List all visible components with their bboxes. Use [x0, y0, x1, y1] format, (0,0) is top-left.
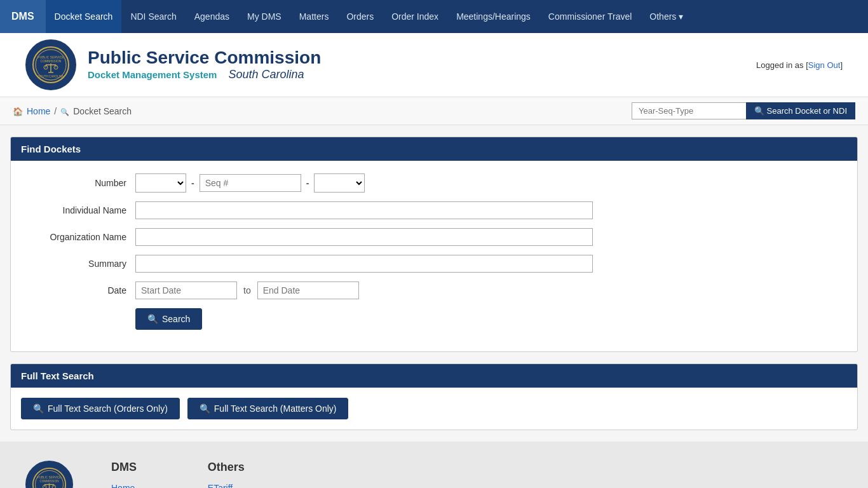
nav-commissioner-travel[interactable]: Commissioner Travel	[539, 0, 641, 33]
header-login: Logged in as [Sign Out]	[756, 60, 843, 70]
header-state: South Carolina	[228, 68, 304, 81]
search-icon: 🔍	[200, 403, 210, 414]
end-date-input[interactable]	[257, 281, 359, 299]
dash-2: -	[305, 178, 311, 188]
footer-etariff[interactable]: ETariff	[208, 483, 261, 488]
breadcrumb-home[interactable]: Home	[27, 106, 50, 116]
footer-top: PUBLIC SERVICE COMMISSION SOUTH CAROLINA…	[25, 461, 843, 488]
nav-orders[interactable]: Orders	[337, 0, 383, 33]
nav-meetings-hearings[interactable]: Meetings/Hearings	[447, 0, 539, 33]
footer-dms-col: DMS Home Docket Search	[111, 461, 170, 488]
summary-input[interactable]	[135, 255, 593, 273]
summary-row: Summary	[21, 255, 847, 273]
number-seq-input[interactable]	[200, 174, 301, 192]
breadcrumb: Home / Docket Search	[13, 106, 132, 116]
individual-name-row: Individual Name	[21, 201, 847, 219]
date-label: Date	[21, 285, 135, 295]
footer-logo: PUBLIC SERVICE COMMISSION SOUTH CAROLINA	[25, 461, 73, 488]
psc-logo: PUBLIC SERVICE COMMISSION SOUTH CAROLINA	[25, 39, 76, 90]
full-text-search-panel: Full Text Search 🔍 Full Text Search (Ord…	[10, 363, 858, 430]
nav-order-index[interactable]: Order Index	[383, 0, 447, 33]
breadcrumb-current: Docket Search	[73, 106, 132, 116]
breadcrumb-bar: Home / Docket Search 🔍 Search Docket or …	[0, 97, 868, 125]
breadcrumb-search-icon	[60, 106, 69, 116]
header-subtitle: Docket Management System	[88, 69, 217, 80]
footer-others-col: Others ETariff PSC Website	[208, 461, 261, 488]
svg-text:PUBLIC SERVICE: PUBLIC SERVICE	[37, 476, 62, 479]
header-title: Public Service Commission	[88, 48, 321, 68]
footer-dms-heading: DMS	[111, 461, 170, 474]
organization-name-input[interactable]	[135, 228, 593, 246]
full-text-search-buttons: 🔍 Full Text Search (Orders Only) 🔍 Full …	[11, 388, 857, 430]
footer-psc-logo: PUBLIC SERVICE COMMISSION SOUTH CAROLINA	[25, 461, 73, 488]
svg-text:COMMISSION: COMMISSION	[41, 59, 62, 63]
nav-ndi-search[interactable]: NDI Search	[121, 0, 185, 33]
number-year-select[interactable]: 202420232022 20212020	[135, 173, 186, 193]
start-date-input[interactable]	[135, 281, 237, 299]
footer-others-heading: Others	[208, 461, 261, 474]
organization-name-row: Organization Name	[21, 228, 847, 246]
sign-out-link[interactable]: Sign Out	[808, 60, 841, 70]
footer-dms-home[interactable]: Home	[111, 483, 170, 488]
find-dockets-header: Find Dockets	[11, 137, 857, 161]
nav-others[interactable]: Others ▾	[641, 0, 692, 33]
nav-matters[interactable]: Matters	[290, 0, 338, 33]
number-row: Number 202420232022 20212020 - - ABC	[21, 173, 847, 193]
nav-docket-search[interactable]: Docket Search	[46, 0, 122, 33]
fts-matters-button[interactable]: 🔍 Full Text Search (Matters Only)	[187, 398, 349, 419]
svg-text:COMMISSION: COMMISSION	[39, 480, 58, 483]
brand-logo[interactable]: DMS	[0, 0, 46, 33]
navbar: DMS Docket Search NDI Search Agendas My …	[0, 0, 868, 33]
svg-text:SOUTH CAROLINA: SOUTH CAROLINA	[38, 75, 64, 78]
top-search-input[interactable]	[632, 102, 746, 119]
home-icon	[13, 106, 23, 116]
footer: PUBLIC SERVICE COMMISSION SOUTH CAROLINA…	[0, 442, 868, 488]
organization-name-label: Organization Name	[21, 232, 135, 242]
find-dockets-body: Number 202420232022 20212020 - - ABC Ind…	[11, 161, 857, 351]
number-label: Number	[21, 178, 135, 188]
nav-my-dms[interactable]: My DMS	[238, 0, 290, 33]
search-button-row: 🔍 Search	[21, 308, 847, 330]
search-icon: 🔍	[33, 403, 44, 414]
full-text-search-header: Full Text Search	[11, 364, 857, 388]
header: PUBLIC SERVICE COMMISSION SOUTH CAROLINA…	[0, 33, 868, 97]
summary-label: Summary	[21, 259, 135, 269]
top-search-bar: 🔍 Search Docket or NDI	[632, 102, 855, 119]
number-controls: 202420232022 20212020 - - ABC	[135, 173, 847, 193]
to-label: to	[241, 285, 254, 295]
search-icon: 🔍	[147, 314, 158, 324]
individual-name-input[interactable]	[135, 201, 593, 219]
number-type-select[interactable]: ABC	[314, 173, 365, 193]
top-search-button[interactable]: 🔍 Search Docket or NDI	[746, 102, 855, 119]
individual-name-label: Individual Name	[21, 205, 135, 215]
find-dockets-panel: Find Dockets Number 202420232022 2021202…	[10, 137, 858, 352]
search-icon: 🔍	[754, 106, 764, 116]
header-text: Public Service Commission Docket Managem…	[88, 48, 321, 81]
dash-1: -	[190, 178, 196, 188]
nav-agendas[interactable]: Agendas	[186, 0, 238, 33]
fts-orders-button[interactable]: 🔍 Full Text Search (Orders Only)	[21, 398, 180, 419]
header-logo-section: PUBLIC SERVICE COMMISSION SOUTH CAROLINA…	[25, 39, 321, 90]
date-row: Date to	[21, 281, 847, 299]
search-button[interactable]: 🔍 Search	[135, 308, 202, 330]
